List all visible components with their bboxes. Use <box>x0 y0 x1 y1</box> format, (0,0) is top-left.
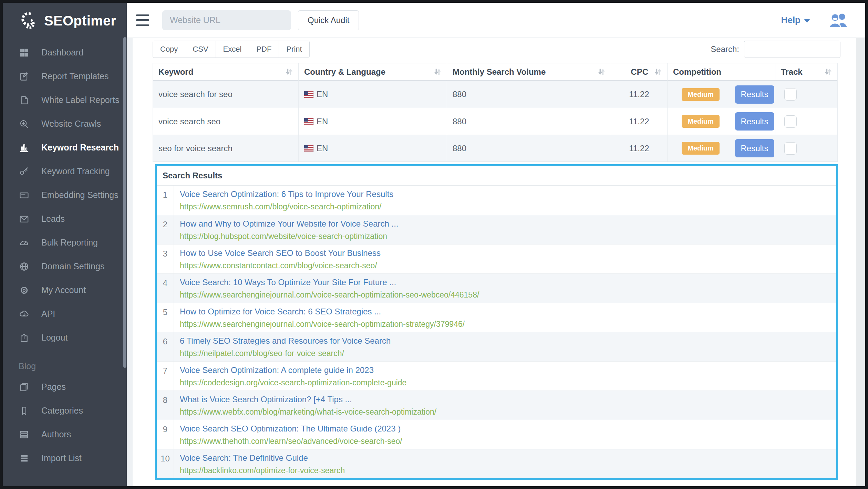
keyword-cell: voice search seo <box>153 108 298 135</box>
sidebar-item-report-templates[interactable]: Report Templates <box>3 64 127 88</box>
account-avatar-icon[interactable] <box>828 11 848 29</box>
sort-icon[interactable] <box>597 68 606 76</box>
result-title-link[interactable]: How to Use Voice Search SEO to Boost You… <box>180 248 836 258</box>
result-rank: 8 <box>157 391 174 420</box>
result-rank: 6 <box>157 332 174 361</box>
country-language-cell: EN <box>298 108 447 135</box>
result-content: Voice Search: The Definitive Guidehttps:… <box>174 449 836 478</box>
sidebar-item-import-list[interactable]: Import List <box>3 446 127 470</box>
sidebar-item-label: Categories <box>41 406 83 416</box>
action-cell: Results <box>734 108 775 135</box>
help-menu[interactable]: Help <box>781 15 810 25</box>
result-url-link[interactable]: https://www.constantcontact.com/blog/voi… <box>180 261 836 270</box>
sidebar-item-dashboard[interactable]: Dashboard <box>3 41 127 64</box>
result-title-link[interactable]: Voice Search Optimization: A complete gu… <box>180 365 836 375</box>
page-scrollbar[interactable] <box>856 38 865 486</box>
result-url-link[interactable]: https://www.webfx.com/blog/marketing/wha… <box>180 407 836 417</box>
column-header-cpc[interactable]: CPC <box>611 63 667 81</box>
result-title-link[interactable]: How and Why to Optimize Your Website for… <box>180 219 836 229</box>
copy-button[interactable]: Copy <box>153 41 185 58</box>
result-rank: 9 <box>157 420 174 449</box>
sort-icon[interactable] <box>284 68 293 76</box>
search-input[interactable] <box>744 41 840 58</box>
sidebar-item-categories[interactable]: Categories <box>3 399 127 423</box>
website-url-input[interactable] <box>162 10 291 30</box>
search-result-row: 3How to Use Voice Search SEO to Boost Yo… <box>157 244 836 273</box>
sidebar-item-leads[interactable]: Leads <box>3 207 127 231</box>
track-checkbox[interactable] <box>784 142 797 155</box>
sidebar-item-keyword-research[interactable]: Keyword Research <box>3 136 127 159</box>
result-content: Voice Search SEO Optimization: The Ultim… <box>174 420 836 449</box>
print-button[interactable]: Print <box>279 41 309 58</box>
result-title-link[interactable]: 6 Timely SEO Strategies and Resources fo… <box>180 336 836 346</box>
results-button[interactable]: Results <box>735 139 774 157</box>
us-flag-icon <box>304 91 313 98</box>
track-cell <box>775 81 837 108</box>
sidebar-item-my-account[interactable]: My Account <box>3 278 127 302</box>
us-flag-icon <box>304 118 313 125</box>
sort-icon[interactable] <box>653 68 662 76</box>
column-header-country-language[interactable]: Country & Language <box>298 63 447 81</box>
results-button[interactable]: Results <box>735 112 774 131</box>
sidebar-item-white-label-reports[interactable]: White Label Reports <box>3 88 127 112</box>
column-header-track[interactable]: Track <box>775 63 837 81</box>
sidebar-item-embedding-settings[interactable]: Embedding Settings <box>3 183 127 207</box>
result-rank: 10 <box>157 449 174 478</box>
quick-audit-button[interactable]: Quick Audit <box>298 10 359 30</box>
result-url-link[interactable]: https://www.searchenginejournal.com/voic… <box>180 290 836 300</box>
categories-icon <box>19 405 30 416</box>
competition-badge: Medium <box>682 142 720 155</box>
menu-toggle-icon[interactable] <box>136 14 149 26</box>
sidebar-item-domain-settings[interactable]: Domain Settings <box>3 254 127 278</box>
result-url-link[interactable]: https://www.semrush.com/blog/voice-searc… <box>180 202 836 211</box>
brand-logo[interactable]: SEOptimer <box>3 3 127 39</box>
competition-cell: Medium <box>667 81 734 108</box>
website-crawls-icon <box>19 118 30 129</box>
search-result-row: 10Voice Search: The Definitive Guidehttp… <box>157 449 836 478</box>
sidebar-item-authors[interactable]: Authors <box>3 423 127 446</box>
sidebar-item-bulk-reporting[interactable]: Bulk Reporting <box>3 231 127 254</box>
result-title-link[interactable]: What is Voice Search Optimization? [+4 T… <box>180 395 836 404</box>
result-url-link[interactable]: https://www.searchenginejournal.com/voic… <box>180 320 836 329</box>
sidebar-item-logout[interactable]: Logout <box>3 326 127 350</box>
sidebar-item-pages[interactable]: Pages <box>3 375 127 399</box>
search-volume-cell: 880 <box>447 108 611 135</box>
csv-button[interactable]: CSV <box>185 41 216 58</box>
api-icon <box>19 309 30 320</box>
sort-icon[interactable] <box>823 68 833 76</box>
track-checkbox[interactable] <box>784 88 797 101</box>
result-content: How to Use Voice Search SEO to Boost You… <box>174 244 836 273</box>
result-title-link[interactable]: How to Optimize for Voice Search: 6 SEO … <box>180 307 836 316</box>
search-volume-cell: 880 <box>447 135 611 162</box>
result-url-link[interactable]: https://codedesign.org/voice-search-opti… <box>180 378 836 387</box>
result-title-link[interactable]: Voice Search Optimization: 6 Tips to Imp… <box>180 189 836 199</box>
sidebar-item-website-crawls[interactable]: Website Crawls <box>3 112 127 136</box>
action-cell: Results <box>734 135 775 162</box>
logout-icon <box>19 332 30 343</box>
result-rank: 4 <box>157 274 174 303</box>
track-checkbox[interactable] <box>784 115 797 128</box>
sidebar-scrollbar[interactable] <box>123 37 126 368</box>
result-url-link[interactable]: https://backlinko.com/optimize-for-voice… <box>180 466 836 475</box>
keyword-row: voice search seoEN88011.22MediumResults <box>153 108 837 135</box>
sidebar-item-api[interactable]: API <box>3 302 127 326</box>
sidebar-item-keyword-tracking[interactable]: Keyword Tracking <box>3 159 127 183</box>
column-header-monthly-search-volume[interactable]: Monthly Search Volume <box>447 63 611 81</box>
result-title-link[interactable]: Voice Search: The Definitive Guide <box>180 453 836 463</box>
sidebar-item-label: Logout <box>41 333 68 343</box>
excel-button[interactable]: Excel <box>216 41 249 58</box>
results-button[interactable]: Results <box>735 85 774 104</box>
search-label: Search: <box>711 44 739 54</box>
column-header-keyword[interactable]: Keyword <box>153 63 298 81</box>
result-url-link[interactable]: https://blog.hubspot.com/website/voice-s… <box>180 232 836 241</box>
result-title-link[interactable]: Voice Search: 10 Ways To Optimize Your S… <box>180 278 836 287</box>
content: CopyCSVExcelPDFPrint Search: KeywordCoun… <box>127 38 865 486</box>
result-url-link[interactable]: https://neilpatel.com/blog/seo-for-voice… <box>180 349 836 358</box>
result-title-link[interactable]: Voice Search SEO Optimization: The Ultim… <box>180 424 836 434</box>
sort-icon[interactable] <box>433 68 442 76</box>
pdf-button[interactable]: PDF <box>249 41 279 58</box>
keyword-row: seo for voice searchEN88011.22MediumResu… <box>153 135 837 162</box>
sidebar-item-label: My Account <box>41 285 86 295</box>
result-url-link[interactable]: https://www.thehoth.com/learn/seo/advanc… <box>180 437 836 446</box>
column-label: Keyword <box>158 67 193 77</box>
